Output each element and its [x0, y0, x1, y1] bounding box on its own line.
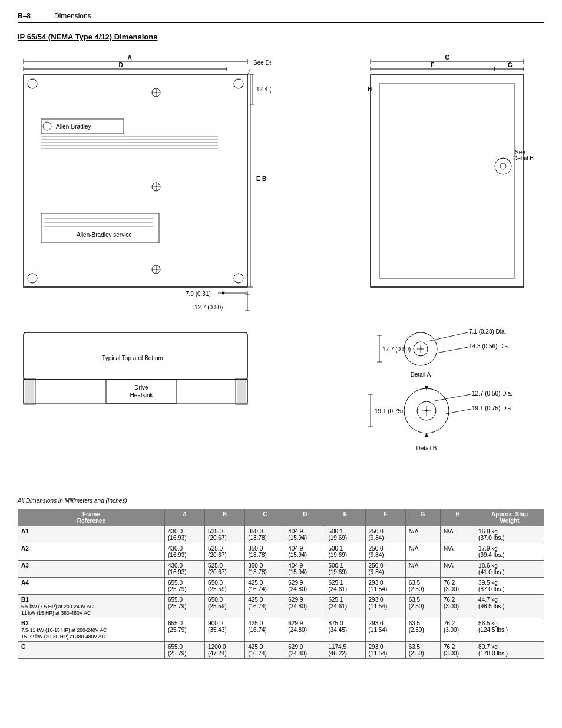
- svg-rect-73: [379, 84, 515, 278]
- svg-rect-80: [24, 380, 247, 403]
- cell-h: 76.2(3.00): [440, 595, 475, 618]
- cell-e: 1174.5(46.22): [325, 642, 365, 659]
- cell-e: 500.1(19.69): [325, 526, 365, 543]
- cell-c: 350.0(13.78): [245, 526, 285, 543]
- table-row: A1430.0(16.93)525.0(20.67)350.0(13.78)40…: [18, 526, 544, 543]
- svg-text:H: H: [368, 86, 372, 93]
- svg-text:Allen-Bradley service: Allen-Bradley service: [77, 232, 132, 238]
- cell-e: 500.1(19.69): [325, 543, 365, 561]
- cell-f: 293.0(11.54): [365, 642, 405, 659]
- cell-f: 250.0(9.84): [365, 526, 405, 543]
- svg-text:Detail B: Detail B: [513, 155, 534, 162]
- svg-text:See Detail A: See Detail A: [253, 60, 271, 66]
- col-a: A: [164, 509, 204, 526]
- svg-text:Typical Top and Bottom: Typical Top and Bottom: [102, 355, 163, 361]
- cell-c: 425.0(16.74): [245, 578, 285, 595]
- svg-text:Detail A: Detail A: [411, 371, 431, 378]
- svg-point-18: [234, 274, 243, 283]
- section-title: IP 65/54 (NEMA Type 4/12) Dimensions: [18, 32, 544, 41]
- svg-text:14.3 (0.56) Dia.: 14.3 (0.56) Dia.: [469, 343, 510, 350]
- svg-text:12.7 (0.50): 12.7 (0.50): [382, 346, 411, 353]
- svg-rect-85: [106, 380, 177, 403]
- svg-rect-14: [24, 75, 247, 287]
- svg-marker-112: [425, 386, 428, 390]
- col-f: F: [365, 509, 405, 526]
- top-bottom-view: Typical Top and Bottom Drive Heatsink: [18, 327, 362, 493]
- cell-a: 430.0(16.93): [164, 526, 204, 543]
- cell-c: 425.0(16.74): [245, 618, 285, 642]
- cell-frame: C: [18, 642, 165, 659]
- svg-text:C: C: [445, 54, 449, 61]
- detail-diagrams: 12.7 (0.50) + 7.1 (0.28) Dia. 14.3 (0.56…: [368, 327, 544, 493]
- front-view-diagram: A D See Detail A 12.4 (0.49): [18, 48, 362, 321]
- svg-text:D: D: [118, 62, 123, 68]
- svg-line-113: [435, 394, 471, 401]
- cell-weight: 44.7 kg(98.5 lbs.): [475, 595, 544, 618]
- col-frame: FrameReference: [18, 509, 165, 526]
- cell-f: 293.0(11.54): [365, 578, 405, 595]
- page-id: B–8: [18, 12, 31, 20]
- top-bottom-svg: Typical Top and Bottom Drive Heatsink: [18, 327, 271, 409]
- cell-a: 655.0(25.79): [164, 642, 204, 659]
- svg-rect-72: [371, 75, 524, 287]
- cell-weight: 39.5 kg(87.0 lbs.): [475, 578, 544, 595]
- cell-b: 525.0(20.67): [205, 561, 245, 578]
- cell-weight: 18.6 kg(41.0 lbs.): [475, 561, 544, 578]
- svg-rect-84: [237, 380, 246, 403]
- cell-frame: A4: [18, 578, 165, 595]
- cell-frame: B15.5 kW (7.5 HP) at 200-240V AC11 kW (1…: [18, 595, 165, 618]
- table-body: A1430.0(16.93)525.0(20.67)350.0(13.78)40…: [18, 526, 544, 659]
- svg-text:E: E: [256, 176, 260, 182]
- cell-b: 900.0(35.43): [205, 618, 245, 642]
- svg-rect-82: [25, 380, 34, 403]
- svg-line-115: [446, 409, 471, 414]
- cell-c: 425.0(16.74): [245, 642, 285, 659]
- front-view-svg: A D See Detail A 12.4 (0.49): [18, 48, 271, 319]
- cell-h: N/A: [440, 561, 475, 578]
- cell-f: 293.0(11.54): [365, 618, 405, 642]
- cell-d: 404.9(15.94): [285, 526, 325, 543]
- svg-text:Drive: Drive: [134, 384, 148, 391]
- svg-point-29: [43, 122, 51, 130]
- cell-a: 655.0(25.79): [164, 618, 204, 642]
- cell-weight: 56.5 kg(124.5 lbs.): [475, 618, 544, 642]
- cell-b: 1200.0(47.24): [205, 642, 245, 659]
- svg-point-15: [28, 79, 37, 88]
- cell-c: 350.0(13.78): [245, 543, 285, 561]
- svg-text:12.7 (0.50) Dia.: 12.7 (0.50) Dia.: [472, 390, 513, 397]
- svg-line-97: [428, 332, 468, 341]
- svg-text:19.1 (0.75): 19.1 (0.75): [375, 408, 403, 414]
- cell-a: 655.0(25.79): [164, 578, 204, 595]
- col-g: G: [405, 509, 440, 526]
- cell-b: 525.0(20.67): [205, 543, 245, 561]
- dimensions-note: All Dimensions in Millimeters and (Inche…: [18, 498, 544, 504]
- col-b: B: [205, 509, 245, 526]
- svg-text:G: G: [508, 62, 513, 68]
- cell-weight: 80.7 kg(178.0 lbs.): [475, 642, 544, 659]
- dimensions-table: FrameReference A B C D E F G H Approx. S…: [18, 509, 544, 659]
- svg-marker-118: [425, 433, 428, 437]
- svg-point-75: [500, 163, 506, 169]
- table-row: B15.5 kW (7.5 HP) at 200-240V AC11 kW (1…: [18, 595, 544, 618]
- cell-d: 629.9(24.80): [285, 618, 325, 642]
- svg-text:+: +: [425, 407, 428, 414]
- cell-g: N/A: [405, 526, 440, 543]
- page-section: Dimensions: [54, 12, 91, 20]
- cell-d: 404.9(15.94): [285, 561, 325, 578]
- cell-c: 425.0(16.74): [245, 595, 285, 618]
- cell-h: N/A: [440, 526, 475, 543]
- svg-marker-51: [222, 291, 225, 295]
- cell-d: 629.9(24.80): [285, 595, 325, 618]
- cell-g: 63.5(2.50): [405, 595, 440, 618]
- table-row: A2430.0(16.93)525.0(20.67)350.0(13.78)40…: [18, 543, 544, 561]
- svg-text:19.1 (0.75) Dia.: 19.1 (0.75) Dia.: [472, 405, 513, 411]
- cell-frame: A3: [18, 561, 165, 578]
- cell-h: N/A: [440, 543, 475, 561]
- cell-h: 76.2(3.00): [440, 618, 475, 642]
- cell-d: 629.9(24.80): [285, 578, 325, 595]
- cell-c: 350.0(13.78): [245, 561, 285, 578]
- svg-point-16: [234, 79, 243, 88]
- svg-rect-36: [41, 213, 159, 243]
- table-row: C655.0(25.79)1200.0(47.24)425.0(16.74)62…: [18, 642, 544, 659]
- table-row: A4655.0(25.79)650.0(25.59)425.0(16.74)62…: [18, 578, 544, 595]
